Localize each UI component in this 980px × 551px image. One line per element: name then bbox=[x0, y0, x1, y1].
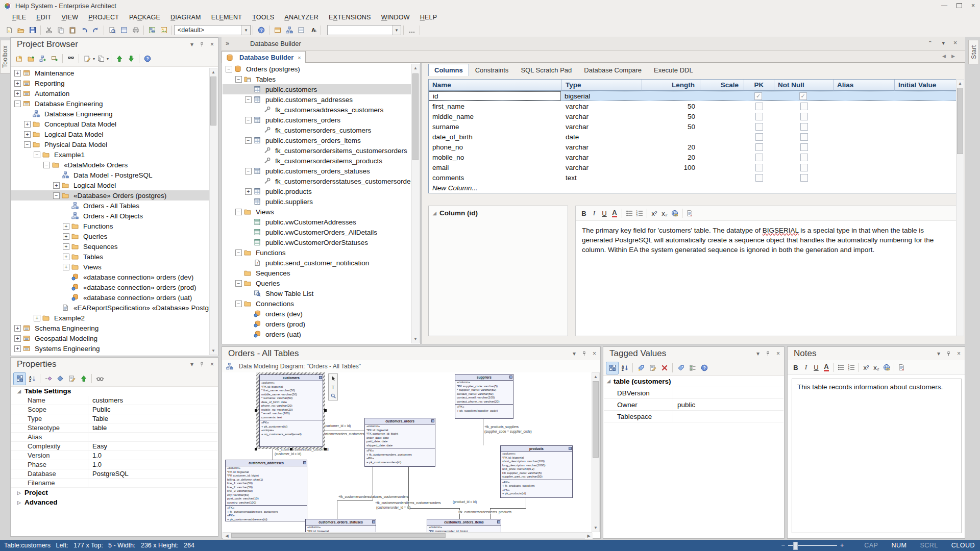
subscript-button[interactable]: x₂ bbox=[871, 362, 881, 372]
pin-icon[interactable] bbox=[199, 362, 205, 367]
entity-customers_orders_items[interactable]: customers_orders_items«column»*PK custom… bbox=[427, 519, 501, 532]
toolbar-cat-grid-on[interactable] bbox=[13, 372, 26, 385]
menu-element[interactable]: ELEMENT bbox=[206, 14, 247, 21]
db-tree-scrollbar[interactable]: ▲ ▼ bbox=[411, 64, 420, 343]
diagram-quick-toolbar[interactable]: T bbox=[328, 373, 338, 400]
expander[interactable]: − bbox=[245, 117, 252, 123]
font-color-button[interactable]: A bbox=[821, 362, 831, 372]
column-row[interactable]: date_of_birthdate bbox=[429, 132, 957, 142]
hyperlink-globe-button[interactable] bbox=[881, 362, 892, 372]
panel-menu-icon[interactable]: ▾ bbox=[756, 350, 760, 357]
expander[interactable]: + bbox=[14, 90, 21, 97]
toolbar-move-up[interactable] bbox=[113, 53, 125, 65]
checkbox-notnull[interactable] bbox=[800, 174, 808, 182]
toolbar-edit-note[interactable] bbox=[66, 373, 78, 385]
tree-item[interactable]: +Tables bbox=[11, 252, 209, 262]
tree-item[interactable]: fk_customersorders_customers bbox=[223, 125, 411, 135]
checkbox-notnull[interactable] bbox=[800, 133, 808, 141]
checkbox-notnull[interactable] bbox=[800, 164, 808, 171]
toolbar-find-doc[interactable] bbox=[106, 24, 118, 36]
toolbar-window-frame[interactable] bbox=[118, 24, 130, 36]
property-value[interactable]: customers bbox=[88, 396, 217, 405]
tree-item[interactable]: +Maintenance bbox=[11, 68, 209, 78]
tree-item[interactable]: −public.customers_orders_statuses bbox=[223, 166, 411, 176]
close-icon[interactable]: × bbox=[953, 39, 957, 46]
tagged-group[interactable]: ◢table (customers) bbox=[604, 375, 783, 387]
expander[interactable]: + bbox=[63, 243, 69, 250]
expander[interactable]: − bbox=[34, 152, 40, 158]
menu-view[interactable]: VIEW bbox=[57, 14, 84, 21]
property-value[interactable] bbox=[88, 433, 217, 441]
menu-edit[interactable]: EDIT bbox=[31, 14, 56, 21]
property-value[interactable]: 1.0 bbox=[88, 460, 217, 469]
expander[interactable]: + bbox=[14, 335, 21, 342]
property-group[interactable]: ▷Project bbox=[11, 488, 217, 497]
property-row[interactable]: Version1.0 bbox=[11, 451, 217, 460]
column-header-length[interactable]: Length bbox=[642, 80, 700, 91]
diagram-canvas[interactable]: (customer_id = id)+fk_customersorders_cu… bbox=[222, 372, 592, 532]
tree-item[interactable]: +public.products bbox=[223, 186, 411, 196]
italic-button[interactable]: I bbox=[801, 362, 811, 372]
expander[interactable]: − bbox=[235, 300, 242, 307]
column-header-alias[interactable]: Alias bbox=[834, 80, 895, 91]
property-row[interactable]: Filename bbox=[11, 479, 217, 488]
chevron-down-icon[interactable]: ▾ bbox=[392, 26, 401, 35]
tagged-value-row[interactable]: Ownerpublic bbox=[604, 399, 783, 411]
toolbar-move-down[interactable] bbox=[125, 53, 137, 65]
column-header-name[interactable]: Name bbox=[429, 80, 562, 91]
close-icon[interactable]: × bbox=[210, 41, 214, 48]
column-header-scale[interactable]: Scale bbox=[700, 80, 744, 91]
column-row[interactable]: middle_namevarchar50 bbox=[429, 111, 957, 121]
tree-item[interactable]: Sequences bbox=[223, 268, 411, 278]
entity-products[interactable]: products«column»*PK id: bigserial short_… bbox=[500, 445, 573, 498]
tag-value[interactable]: public bbox=[673, 401, 695, 409]
toolbar-frame-image[interactable] bbox=[158, 24, 169, 36]
zoom-tool-icon[interactable] bbox=[329, 391, 337, 400]
tree-item[interactable]: fk_customersaddresses_customers bbox=[223, 105, 411, 115]
tree-item[interactable]: fk_customersordersitems_products bbox=[223, 156, 411, 166]
tab-close-icon[interactable]: × bbox=[298, 55, 301, 61]
toolbar-find[interactable] bbox=[65, 53, 77, 65]
checkbox-notnull[interactable] bbox=[800, 123, 808, 131]
toolbar-help-circle[interactable]: ? bbox=[255, 24, 267, 36]
toolbar-diagram-image[interactable] bbox=[146, 24, 158, 36]
toolbar-ellipsis[interactable] bbox=[406, 24, 418, 36]
checkbox-notnull[interactable] bbox=[800, 103, 808, 110]
chevron-down-icon[interactable]: ▾ bbox=[241, 26, 250, 35]
expander[interactable]: + bbox=[24, 131, 31, 138]
toolbar-help-circle[interactable]: ? bbox=[141, 53, 153, 65]
property-value[interactable]: table bbox=[88, 423, 217, 432]
tree-item[interactable]: +Functions bbox=[11, 221, 209, 231]
toolbar-diagram-view[interactable] bbox=[283, 24, 295, 36]
tree-item[interactable]: +Logical Model bbox=[11, 180, 209, 190]
text-tool-icon[interactable]: T bbox=[329, 383, 337, 391]
checkbox-pk[interactable] bbox=[755, 123, 763, 131]
toolbar-redo[interactable] bbox=[90, 24, 102, 36]
toolbar-print[interactable] bbox=[130, 24, 141, 36]
tree-item[interactable]: public.vwCustomerOrderStatuses bbox=[223, 237, 411, 247]
expander[interactable]: + bbox=[14, 325, 21, 332]
new-column-row[interactable]: New Column... bbox=[429, 183, 957, 193]
tree-item[interactable]: −«DataModel» Orders bbox=[11, 160, 209, 170]
toolbar-copy-stack[interactable] bbox=[95, 53, 107, 65]
panel-menu-icon[interactable]: ▾ bbox=[190, 41, 193, 48]
property-row[interactable]: ComplexityEasy bbox=[11, 442, 217, 451]
linked-document-button[interactable] bbox=[684, 208, 695, 218]
toolbar-cat-grid-on[interactable] bbox=[606, 362, 619, 374]
tree-item[interactable]: Orders - All Tables bbox=[11, 201, 209, 211]
tree-item[interactable]: +Queries bbox=[11, 231, 209, 241]
expander[interactable]: − bbox=[245, 137, 252, 144]
property-value[interactable]: Public bbox=[88, 405, 217, 414]
close-button[interactable]: × bbox=[971, 2, 975, 9]
start-dock-tab[interactable]: Start bbox=[968, 40, 979, 64]
tree-item[interactable]: −«Database» Orders (postgres) bbox=[11, 190, 209, 201]
toolbar-del-x[interactable] bbox=[658, 362, 670, 374]
expander[interactable]: + bbox=[14, 80, 21, 87]
column-header-pk[interactable]: PK bbox=[744, 80, 774, 91]
toolbar-copy[interactable] bbox=[55, 24, 66, 36]
zoom-in-icon[interactable]: + bbox=[840, 542, 844, 549]
toolbar-new-file[interactable] bbox=[3, 24, 15, 36]
toolbar-tag[interactable] bbox=[675, 362, 687, 374]
tree-item[interactable]: fk_customersordersitems_customersorders bbox=[223, 145, 411, 156]
column-row[interactable]: first_namevarchar50 bbox=[429, 101, 957, 111]
